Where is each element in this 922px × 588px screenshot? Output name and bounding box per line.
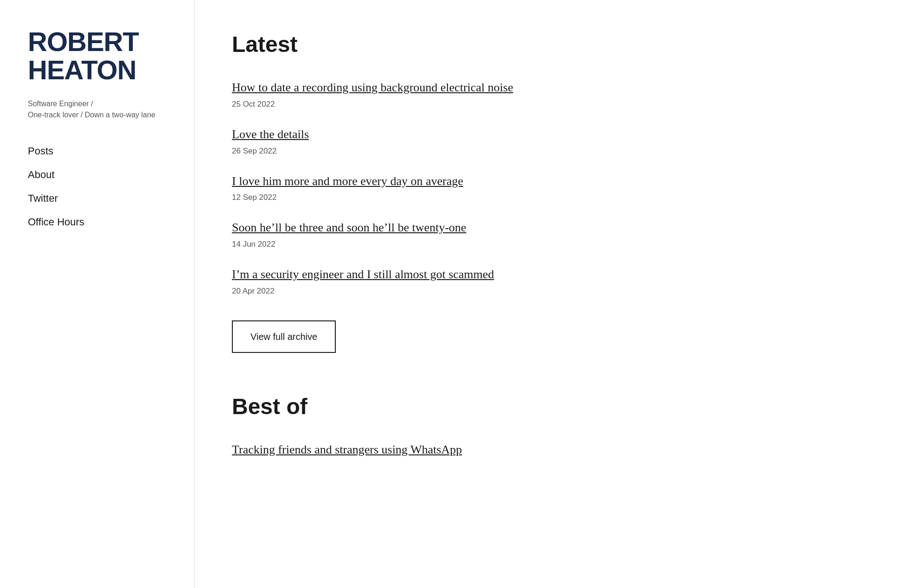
list-item: Soon he’ll be three and soon he’ll be tw… <box>232 220 853 250</box>
nav-link-office-hours[interactable]: Office Hours <box>28 212 171 231</box>
nav-link-about[interactable]: About <box>28 165 171 184</box>
sidebar: ROBERT HEATON Software Engineer / One-tr… <box>0 0 195 588</box>
post-link-2[interactable]: Love the details <box>232 127 853 142</box>
best-of-title: Best of <box>232 390 853 423</box>
post-link-4[interactable]: Soon he’ll be three and soon he’ll be tw… <box>232 220 853 236</box>
site-title-line1: ROBERT <box>28 26 139 57</box>
subtitle-line2: One-track lover / Down a two-way lane <box>28 111 155 119</box>
nav-item-about: About <box>28 165 171 184</box>
post-date-3: 12 Sep 2022 <box>232 193 276 202</box>
post-date-4: 14 Jun 2022 <box>232 240 275 249</box>
post-link-1[interactable]: How to date a recording using background… <box>232 80 853 96</box>
nav-link-twitter[interactable]: Twitter <box>28 189 171 208</box>
list-item: I’m a security engineer and I still almo… <box>232 267 853 297</box>
post-link-5[interactable]: I’m a security engineer and I still almo… <box>232 267 853 282</box>
list-item: Love the details 26 Sep 2022 <box>232 127 853 157</box>
post-date-2: 26 Sep 2022 <box>232 147 276 155</box>
post-link-3[interactable]: I love him more and more every day on av… <box>232 173 853 189</box>
best-post-link-1[interactable]: Tracking friends and strangers using Wha… <box>232 442 853 458</box>
list-item: How to date a recording using background… <box>232 80 853 110</box>
post-date-1: 25 Oct 2022 <box>232 100 275 109</box>
best-of-section: Best of Tracking friends and strangers u… <box>232 390 853 458</box>
latest-title: Latest <box>232 28 853 61</box>
site-subtitle: Software Engineer / One-track lover / Do… <box>28 98 171 121</box>
nav-item-posts: Posts <box>28 141 171 160</box>
nav-link-posts[interactable]: Posts <box>28 141 171 160</box>
latest-post-list: How to date a recording using background… <box>232 80 853 297</box>
site-title: ROBERT HEATON <box>28 28 171 84</box>
latest-section: Latest How to date a recording using bac… <box>232 28 853 385</box>
nav-list: Posts About Twitter Office Hours <box>28 141 171 231</box>
list-item: Tracking friends and strangers using Wha… <box>232 442 853 458</box>
subtitle-line1: Software Engineer / <box>28 100 93 108</box>
main-content: Latest How to date a recording using bac… <box>195 0 890 588</box>
post-date-5: 20 Apr 2022 <box>232 287 275 295</box>
list-item: I love him more and more every day on av… <box>232 173 853 204</box>
nav-item-twitter: Twitter <box>28 189 171 208</box>
site-title-line2: HEATON <box>28 55 136 85</box>
page-container: ROBERT HEATON Software Engineer / One-tr… <box>0 0 922 588</box>
nav-item-office-hours: Office Hours <box>28 212 171 231</box>
view-full-archive-button[interactable]: View full archive <box>232 320 336 353</box>
main-nav: Posts About Twitter Office Hours <box>28 141 171 231</box>
best-of-post-list: Tracking friends and strangers using Wha… <box>232 442 853 458</box>
